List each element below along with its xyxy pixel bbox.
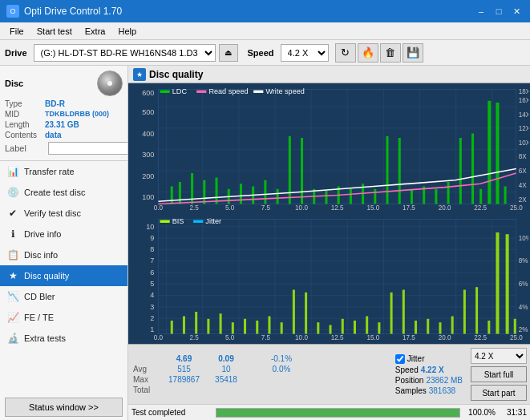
ldc-chart-svg: 100 200 300 400 500 600 2X 4X 6X 8X 10X …	[130, 85, 528, 213]
drive-label: Drive	[5, 48, 27, 58]
sidebar-item-disc-quality[interactable]: ★ Disc quality	[0, 265, 127, 286]
svg-rect-124	[193, 220, 203, 222]
speed-label: Speed	[248, 48, 274, 58]
sidebar-item-drive-info[interactable]: ℹ Drive info	[0, 224, 127, 244]
svg-rect-94	[195, 312, 197, 334]
close-button[interactable]: ✕	[509, 4, 524, 18]
cd-bler-icon: 📉	[6, 290, 19, 303]
samples-label: Samples	[395, 386, 427, 395]
speed-stat-value: 4.22 X	[421, 365, 444, 374]
speed-dropdown[interactable]: 4.2 X	[471, 348, 527, 364]
bis-header: 0.09	[206, 353, 246, 364]
svg-text:2.5: 2.5	[189, 204, 199, 212]
svg-rect-108	[366, 316, 368, 333]
svg-text:1: 1	[150, 324, 154, 333]
svg-rect-102	[293, 289, 295, 333]
empty3	[246, 364, 257, 374]
svg-text:2%: 2%	[519, 325, 528, 333]
drive-select[interactable]: (G:) HL-DT-ST BD-RE WH16NS48 1.D3	[34, 44, 216, 62]
sidebar-item-fe-te[interactable]: 📈 FE / TE	[0, 307, 127, 328]
label-input[interactable]	[48, 142, 128, 155]
length-value: 23.31 GB	[45, 120, 79, 129]
svg-rect-106	[342, 318, 344, 333]
svg-rect-60	[196, 91, 206, 93]
main-layout: Disc Type BD-R MID TDKBLDRBB (000) Lengt…	[0, 66, 530, 420]
minimize-button[interactable]: –	[474, 4, 488, 18]
progress-bar	[216, 408, 460, 418]
svg-rect-39	[301, 138, 303, 204]
svg-rect-31	[203, 180, 205, 204]
svg-rect-99	[256, 321, 258, 334]
svg-text:Read speed: Read speed	[208, 87, 248, 95]
save-button[interactable]: 💾	[403, 43, 423, 63]
status-text: Test completed	[131, 408, 212, 417]
eject-button[interactable]: ⏏	[219, 44, 238, 62]
svg-rect-55	[488, 101, 491, 204]
fe-te-icon: 📈	[6, 311, 19, 324]
menu-bar: File Start test Extra Help	[0, 22, 530, 40]
svg-rect-105	[330, 325, 332, 333]
status-window-button[interactable]: Status window >>	[5, 398, 123, 417]
menu-file[interactable]: File	[3, 25, 30, 38]
sidebar-item-extra-tests[interactable]: 🔬 Extra tests	[0, 328, 127, 349]
sidebar-item-verify-test-disc[interactable]: ✔ Verify test disc	[0, 203, 127, 224]
svg-rect-52	[459, 138, 462, 204]
status-bar: Test completed 100.0% 31:31	[128, 404, 530, 420]
refresh-button[interactable]: ↻	[335, 43, 356, 63]
contents-label: Contents	[5, 131, 45, 139]
type-label: Type	[5, 99, 45, 108]
erase-button[interactable]: 🗑	[380, 43, 401, 63]
svg-text:BIS: BIS	[172, 216, 184, 224]
svg-rect-101	[281, 322, 283, 333]
svg-rect-119	[496, 232, 499, 334]
speed-select[interactable]: 4.2 X	[281, 44, 329, 62]
length-label: Length	[5, 120, 45, 129]
svg-text:2: 2	[150, 313, 154, 321]
svg-rect-95	[207, 318, 209, 333]
svg-rect-62	[253, 91, 263, 93]
svg-rect-34	[240, 184, 242, 204]
disc-title: Disc	[5, 79, 23, 88]
svg-text:10.0: 10.0	[295, 333, 308, 341]
disc-quality-title: Disc quality	[149, 69, 203, 80]
svg-rect-92	[171, 321, 173, 334]
sidebar-item-disc-info[interactable]: 📋 Disc info	[0, 244, 127, 265]
svg-text:400: 400	[142, 128, 154, 137]
sidebar-item-create-test-disc[interactable]: 💿 Create test disc	[0, 182, 127, 203]
svg-rect-65	[159, 219, 516, 333]
svg-text:22.5: 22.5	[474, 204, 487, 212]
burn-button[interactable]: 🔥	[358, 43, 378, 63]
svg-text:LDC: LDC	[172, 87, 187, 95]
jitter-checkbox[interactable]	[395, 354, 405, 364]
svg-text:5: 5	[150, 278, 154, 287]
window-controls: – □ ✕	[474, 4, 524, 18]
svg-text:8%: 8%	[519, 256, 528, 265]
maximize-button[interactable]: □	[492, 4, 506, 18]
svg-rect-93	[183, 316, 185, 333]
menu-start-test[interactable]: Start test	[30, 25, 79, 38]
speed-stat-label: Speed	[395, 365, 419, 374]
start-part-button[interactable]: Start part	[471, 385, 527, 401]
svg-rect-28	[171, 187, 173, 204]
svg-text:20.0: 20.0	[439, 333, 451, 341]
svg-text:4%: 4%	[519, 302, 528, 310]
svg-rect-37	[277, 189, 279, 204]
svg-text:7.5: 7.5	[261, 333, 271, 341]
svg-text:8: 8	[150, 244, 154, 252]
progress-bar-fill	[216, 409, 459, 417]
start-full-button[interactable]: Start full	[471, 366, 527, 382]
svg-text:4X: 4X	[519, 180, 527, 188]
svg-rect-118	[488, 321, 490, 334]
sidebar-item-cd-bler[interactable]: 📉 CD Bler	[0, 286, 127, 307]
svg-rect-48	[411, 189, 413, 204]
svg-rect-46	[386, 136, 389, 204]
menu-help[interactable]: Help	[111, 25, 143, 38]
disc-quality-header-icon: ★	[133, 68, 146, 81]
sidebar-item-transfer-rate[interactable]: 📊 Transfer rate	[0, 161, 127, 182]
jitter-label: Jitter	[407, 354, 425, 363]
menu-extra[interactable]: Extra	[79, 25, 112, 38]
svg-rect-50	[435, 189, 437, 204]
svg-text:0.0: 0.0	[154, 333, 164, 341]
svg-rect-41	[325, 191, 327, 204]
disc-icon	[97, 71, 123, 96]
